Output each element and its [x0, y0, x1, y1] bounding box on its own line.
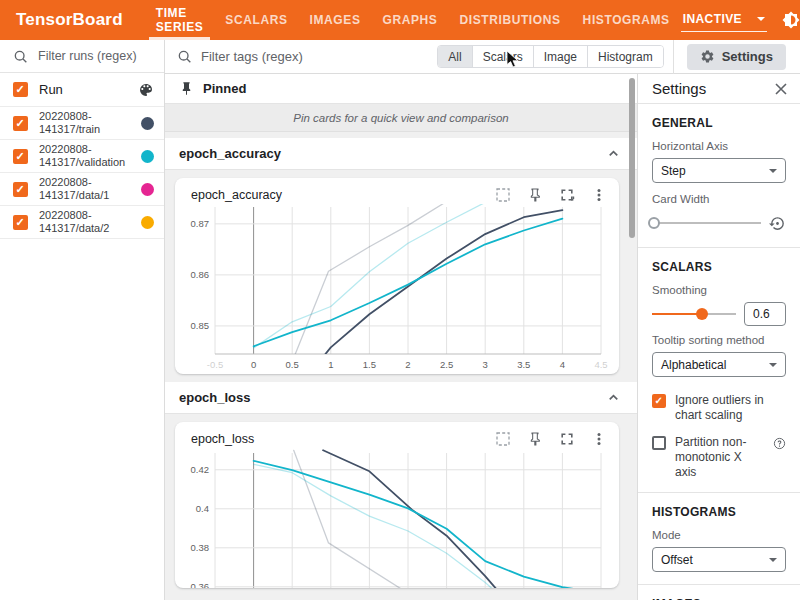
- gear-icon: [700, 49, 715, 64]
- tab-distributions[interactable]: DISTRIBUTIONS: [448, 0, 571, 40]
- pinned-section-header[interactable]: Pinned: [165, 74, 637, 104]
- svg-text:3: 3: [483, 359, 488, 370]
- filter-histogram-button[interactable]: Histogram: [588, 46, 663, 67]
- settings-panel-header: Settings: [638, 74, 800, 104]
- pin-icon[interactable]: [527, 431, 543, 447]
- tab-scalars[interactable]: SCALARS: [214, 0, 298, 40]
- tag-toolbar: Filter tags (regex) All Scalars Image Hi…: [165, 40, 800, 74]
- horizontal-axis-select[interactable]: Step: [652, 158, 786, 183]
- partition-x-checkbox-row[interactable]: Partition non-monotonic X axis: [652, 435, 786, 480]
- settings-section-scalars: SCALARS: [652, 260, 786, 274]
- section-header-epoch-accuracy[interactable]: epoch_accuracy: [165, 138, 637, 170]
- caret-down-icon: [769, 169, 777, 173]
- tab-graphs[interactable]: GRAPHS: [372, 0, 449, 40]
- brightness-toggle-icon[interactable]: [782, 11, 800, 29]
- svg-text:0.5: 0.5: [286, 359, 299, 370]
- run-name: 20220808-141317/train: [39, 110, 131, 136]
- help-icon[interactable]: [773, 437, 786, 450]
- settings-button[interactable]: Settings: [687, 44, 786, 70]
- svg-text:2: 2: [405, 359, 410, 370]
- header-actions: INACTIVE: [681, 8, 800, 32]
- tag-type-filter-group: All Scalars Image Histogram: [437, 45, 663, 68]
- tag-filter-input[interactable]: Filter tags (regex): [177, 49, 437, 64]
- tooltip-sort-select[interactable]: Alphabetical: [652, 352, 786, 377]
- settings-title: Settings: [652, 80, 706, 97]
- ignore-outliers-checkbox-row[interactable]: Ignore outliers in chart scaling: [652, 393, 786, 423]
- filter-scalars-button[interactable]: Scalars: [473, 46, 534, 67]
- smoothing-slider-row: 0.6: [652, 302, 786, 326]
- run-color-dot: [141, 117, 154, 130]
- slider-knob[interactable]: [696, 308, 708, 320]
- selection-box-icon[interactable]: [495, 187, 511, 203]
- chevron-up-icon: [606, 146, 621, 161]
- card-width-slider-row: [652, 211, 786, 235]
- run-checkbox[interactable]: [13, 215, 28, 230]
- run-checkbox[interactable]: [13, 182, 28, 197]
- cards-area: Pinned Pin cards for a quick view and co…: [165, 74, 637, 600]
- reset-icon[interactable]: [769, 215, 786, 232]
- settings-section-general: GENERAL: [652, 116, 786, 130]
- pin-icon: [179, 81, 194, 96]
- run-row-train[interactable]: 20220808-141317/train: [0, 107, 164, 140]
- scalar-card-epoch-accuracy: epoch_accuracy: [175, 178, 619, 374]
- main-column: Filter tags (regex) All Scalars Image Hi…: [165, 40, 800, 600]
- caret-down-icon: [769, 558, 777, 562]
- smoothing-value-input[interactable]: 0.6: [744, 302, 786, 326]
- svg-text:0.85: 0.85: [191, 320, 210, 331]
- select-all-runs-checkbox[interactable]: [13, 82, 28, 97]
- svg-text:0.38: 0.38: [191, 542, 210, 553]
- partition-x-checkbox[interactable]: [652, 436, 666, 450]
- run-column-label: Run: [39, 82, 63, 97]
- svg-text:0.86: 0.86: [191, 269, 210, 280]
- ignore-outliers-checkbox[interactable]: [652, 394, 666, 408]
- run-checkbox[interactable]: [13, 116, 28, 131]
- chevron-up-icon: [606, 390, 621, 405]
- run-row-data-1[interactable]: 20220808-141317/data/1: [0, 173, 164, 206]
- content-row: Pinned Pin cards for a quick view and co…: [165, 74, 800, 600]
- fullscreen-icon[interactable]: [559, 187, 575, 203]
- svg-text:4.5: 4.5: [594, 359, 607, 370]
- runs-filter-placeholder: Filter runs (regex): [38, 49, 137, 63]
- tab-images[interactable]: IMAGES: [299, 0, 372, 40]
- filter-all-button[interactable]: All: [438, 46, 472, 67]
- pin-icon[interactable]: [527, 187, 543, 203]
- histogram-mode-select[interactable]: Offset: [652, 547, 786, 572]
- settings-panel: Settings GENERAL Horizontal Axis Step Ca…: [637, 74, 800, 600]
- palette-icon[interactable]: [138, 82, 154, 98]
- caret-down-icon: [757, 17, 765, 21]
- svg-text:0: 0: [251, 359, 256, 370]
- scalar-chart-epoch-loss[interactable]: 0.360.380.40.42: [175, 448, 619, 588]
- run-row-data-2[interactable]: 20220808-141317/data/2: [0, 206, 164, 239]
- app-title: TensorBoard: [0, 10, 145, 30]
- section-header-epoch-loss[interactable]: epoch_loss: [165, 382, 637, 414]
- settings-panel-body: GENERAL Horizontal Axis Step Card Width: [638, 104, 800, 600]
- nav-tabs: TIME SERIES SCALARS IMAGES GRAPHS DISTRI…: [145, 0, 681, 40]
- runs-filter-input[interactable]: Filter runs (regex): [0, 40, 164, 73]
- more-options-icon[interactable]: [591, 431, 607, 447]
- status-label: INACTIVE: [683, 12, 742, 26]
- app-header: TensorBoard TIME SERIES SCALARS IMAGES G…: [0, 0, 800, 40]
- close-icon[interactable]: [774, 82, 788, 96]
- card-width-slider[interactable]: [652, 222, 761, 224]
- more-options-icon[interactable]: [591, 187, 607, 203]
- runs-sidebar: Filter runs (regex) Run 20220808-141317/…: [0, 40, 165, 600]
- svg-text:0.36: 0.36: [191, 581, 210, 588]
- selection-box-icon[interactable]: [495, 431, 511, 447]
- status-dropdown[interactable]: INACTIVE: [681, 8, 767, 32]
- card-header: epoch_accuracy: [175, 178, 619, 204]
- fullscreen-icon[interactable]: [559, 431, 575, 447]
- run-row-validation[interactable]: 20220808-141317/validation: [0, 140, 164, 173]
- app-body: Filter runs (regex) Run 20220808-141317/…: [0, 40, 800, 600]
- svg-text:4: 4: [560, 359, 565, 370]
- tab-histograms[interactable]: HISTOGRAMS: [572, 0, 681, 40]
- scalar-chart-epoch-accuracy[interactable]: 0.850.860.87-0.500.511.522.533.544.5: [175, 204, 619, 374]
- smoothing-slider[interactable]: [652, 313, 736, 315]
- run-checkbox[interactable]: [13, 149, 28, 164]
- slider-knob[interactable]: [648, 217, 660, 229]
- filter-image-button[interactable]: Image: [534, 46, 588, 67]
- tab-time-series[interactable]: TIME SERIES: [145, 0, 215, 40]
- card-width-label: Card Width: [652, 193, 786, 205]
- card-actions: [495, 431, 607, 447]
- divider: [638, 247, 800, 248]
- scrollbar-thumb[interactable]: [629, 78, 635, 238]
